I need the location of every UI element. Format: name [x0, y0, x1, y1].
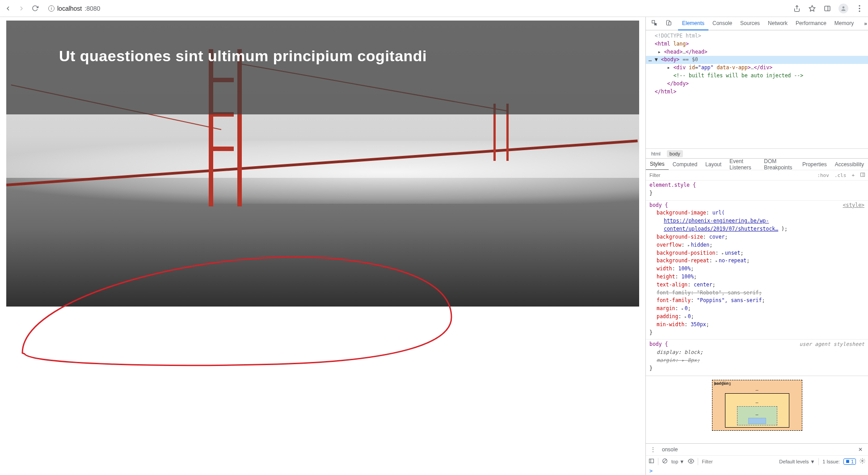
empty-area-below-page: [6, 307, 639, 471]
svg-rect-2: [825, 6, 830, 11]
share-icon[interactable]: [793, 4, 801, 13]
styles-rules-list[interactable]: element.style { } body {<style> backgrou…: [646, 181, 868, 443]
forward-button[interactable]: [18, 5, 25, 12]
rule-source-link[interactable]: <style>: [843, 202, 864, 210]
page-viewport: Ut quaestiones sint ultimum principium c…: [0, 17, 645, 475]
side-panel-icon[interactable]: [823, 4, 831, 13]
drawer-close-icon[interactable]: ✕: [855, 446, 866, 453]
stab-properties[interactable]: Properties: [798, 159, 831, 170]
styles-filter-bar: :hov .cls +: [646, 170, 868, 181]
address-bar[interactable]: i localhost:8080: [48, 5, 100, 12]
url-port: :8080: [84, 5, 100, 12]
rule-element-style[interactable]: element.style { }: [646, 181, 868, 201]
svg-point-7: [859, 10, 860, 12]
rule-body-author[interactable]: body {<style> background-image: url( htt…: [646, 201, 868, 340]
tab-performance[interactable]: Performance: [792, 17, 830, 30]
console-filter-input[interactable]: [702, 459, 775, 464]
svg-rect-10: [669, 22, 671, 25]
svg-marker-1: [809, 5, 815, 11]
svg-point-4: [843, 6, 845, 8]
svg-rect-16: [861, 173, 865, 177]
styles-sub-tabs: Styles Computed Layout Event Listeners D…: [646, 158, 868, 170]
hero-overlay: Ut quaestiones sint ultimum principium c…: [6, 21, 639, 114]
console-prompt[interactable]: >: [646, 467, 868, 475]
box-model-diagram: margin– border– padding–: [646, 376, 868, 435]
tab-elements[interactable]: Elements: [678, 17, 708, 30]
console-sidebar-toggle-icon[interactable]: [649, 458, 654, 465]
svg-rect-23: [846, 460, 849, 463]
devtools-console-drawer: ⋮ onsole ✕ top ▼ Default levels ▼ 1 Issu…: [646, 443, 868, 475]
log-levels-select[interactable]: Default levels ▼: [779, 459, 815, 464]
devtools-panel: Elements Console Sources Network Perform…: [645, 17, 868, 475]
device-toggle-icon[interactable]: [662, 17, 675, 30]
drawer-kebab-icon[interactable]: ⋮: [648, 446, 658, 453]
kebab-menu-icon[interactable]: [855, 4, 864, 13]
tab-console[interactable]: Console: [708, 17, 736, 30]
page-title: Ut quaestiones sint ultimum principium c…: [59, 47, 427, 65]
hov-toggle[interactable]: :hov: [814, 172, 832, 178]
svg-point-5: [859, 5, 860, 6]
rule-body-ua[interactable]: body {user agent stylesheet display: blo…: [646, 340, 868, 375]
stab-layout[interactable]: Layout: [701, 159, 725, 170]
site-info-icon[interactable]: i: [48, 5, 55, 12]
new-rule-plus-icon[interactable]: +: [849, 172, 857, 178]
clear-console-icon[interactable]: [662, 458, 668, 465]
drawer-issue-badge[interactable]: 1: [843, 458, 856, 465]
tab-network[interactable]: Network: [764, 17, 792, 30]
styles-pane-toggle-icon[interactable]: [857, 172, 868, 179]
tab-sources[interactable]: Sources: [736, 17, 764, 30]
back-button[interactable]: [4, 5, 12, 12]
console-context-select[interactable]: top ▼: [671, 459, 684, 464]
svg-line-21: [663, 459, 667, 463]
svg-point-6: [859, 8, 860, 9]
more-tabs-icon[interactable]: »: [860, 18, 868, 29]
svg-point-24: [862, 460, 863, 462]
rendered-page: Ut quaestiones sint ultimum principium c…: [6, 21, 639, 307]
svg-rect-18: [649, 459, 654, 463]
profile-avatar[interactable]: [839, 4, 848, 13]
crumb-html[interactable]: html: [649, 150, 663, 157]
url-host: localhost: [57, 5, 82, 12]
bookmark-star-icon[interactable]: [808, 4, 816, 13]
crumb-body[interactable]: body: [667, 150, 683, 157]
stab-styles[interactable]: Styles: [646, 159, 669, 170]
svg-point-22: [691, 460, 692, 462]
reload-button[interactable]: [31, 5, 38, 12]
inspect-element-icon[interactable]: [648, 17, 661, 30]
live-expression-eye-icon[interactable]: [688, 458, 694, 465]
elements-dom-tree[interactable]: <!DOCTYPE html> <html lang> ▸ <head>…</h…: [646, 30, 868, 148]
tab-memory[interactable]: Memory: [830, 17, 858, 30]
stab-computed[interactable]: Computed: [669, 159, 701, 170]
styles-filter-input[interactable]: [646, 172, 814, 178]
drawer-tab-console[interactable]: onsole: [658, 444, 681, 455]
console-settings-gear-icon[interactable]: [860, 458, 865, 465]
stab-accessibility[interactable]: Accessibility: [831, 159, 868, 170]
devtools-main-toolbar: Elements Console Sources Network Perform…: [646, 17, 868, 30]
svg-rect-8: [652, 21, 655, 23]
browser-toolbar: i localhost:8080: [0, 0, 868, 17]
cls-toggle[interactable]: .cls: [832, 172, 849, 178]
